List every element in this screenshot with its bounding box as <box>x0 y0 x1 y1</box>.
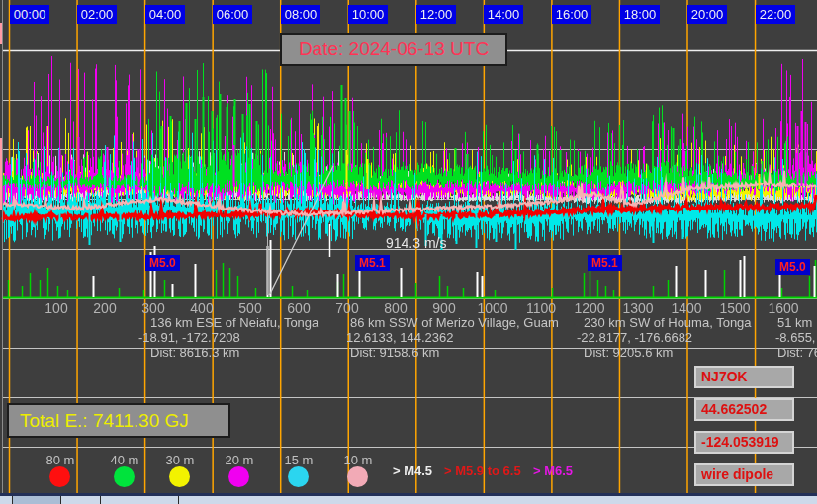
table-edge-divider <box>178 496 179 504</box>
magnitude-legend-m65: > M6.5 <box>533 463 573 478</box>
date-display: Date: 2024-06-13 UTC <box>280 33 507 66</box>
band-legend-label-40m: 40 m <box>111 453 139 467</box>
x-tick: 1300 <box>622 300 653 316</box>
time-label-02-00: 02:00 <box>77 5 117 24</box>
time-label-14-00: 14:00 <box>484 5 523 24</box>
table-edge-divider <box>100 496 101 504</box>
time-label-04-00: 04:00 <box>145 5 185 24</box>
quake-info: 230 km SW of Houma, Tonga -22.8177, -176… <box>584 315 752 360</box>
quake-distance: Dist: 76 <box>777 345 817 360</box>
x-tick: 500 <box>238 300 261 316</box>
x-tick: 1500 <box>719 300 750 316</box>
quake-distance: Dist: 9205.6 km <box>584 345 752 360</box>
band-legend-label-15m: 15 m <box>285 453 314 467</box>
x-tick: 700 <box>335 300 358 316</box>
quake-info: 86 km SSW of Merizo Village, Guam 12.613… <box>350 315 559 360</box>
quake-info: 51 km -8.655, - Dist: 76 <box>777 315 817 360</box>
quake-magnitude-badge: M5.0 <box>145 255 180 271</box>
x-tick: 900 <box>432 300 455 316</box>
app-window: 00:00 02:00 04:00 06:00 08:00 10:00 12:0… <box>0 0 817 504</box>
x-tick: 800 <box>384 300 407 316</box>
quake-magnitude-badge: M5.1 <box>588 255 622 271</box>
x-tick: 1400 <box>671 300 701 316</box>
quake-location: 51 km <box>777 315 817 330</box>
antenna-field[interactable]: wire dipole <box>694 463 794 486</box>
table-edge-cell <box>0 496 817 504</box>
quake-coordinates: -18.91, -172.7208 <box>138 330 318 345</box>
band-legend-dot-15m <box>288 466 309 487</box>
band-legend-dot-20m <box>228 466 249 487</box>
quake-coordinates: -22.8177, -176.6682 <box>577 330 752 345</box>
time-label-06-00: 06:00 <box>213 5 252 24</box>
latitude-field[interactable]: 44.662502 <box>694 398 794 421</box>
time-label-00-00: 00:00 <box>10 5 49 24</box>
quake-coordinates: -8.655, - <box>775 330 817 345</box>
quake-magnitude-badge: M5.0 <box>775 259 810 275</box>
quake-distance: Dist: 8616.3 km <box>150 345 318 360</box>
time-label-18-00: 18:00 <box>620 5 660 24</box>
x-tick: 1200 <box>574 300 604 316</box>
longitude-field[interactable]: -124.053919 <box>694 431 794 454</box>
band-legend-label-10m: 10 m <box>344 453 373 467</box>
table-edge-divider <box>12 496 13 504</box>
band-legend-dot-80m <box>49 466 70 487</box>
quake-info: 136 km ESE of Neiafu, Tonga -18.91, -172… <box>150 315 318 360</box>
x-tick: 400 <box>190 300 213 316</box>
quake-magnitude-badge: M5.1 <box>355 255 390 271</box>
quake-location: 136 km ESE of Neiafu, Tonga <box>150 315 318 330</box>
quake-location: 230 km SW of Houma, Tonga <box>584 315 752 330</box>
table-edge-divider <box>60 496 61 504</box>
x-tick: 300 <box>141 300 164 316</box>
magnitude-legend-m59: > M5.9 to 6.5 <box>444 463 521 478</box>
x-tick: 100 <box>45 300 67 316</box>
x-tick: 1000 <box>477 300 507 316</box>
x-tick: 1100 <box>526 300 556 316</box>
band-legend-dot-40m <box>114 466 135 487</box>
x-tick: 200 <box>93 300 116 316</box>
table-edge-cell <box>13 496 60 504</box>
quake-location: 86 km SSW of Merizo Village, Guam <box>350 315 559 330</box>
quake-coordinates: 12.6133, 144.2362 <box>346 330 559 345</box>
x-tick: 1600 <box>768 300 798 316</box>
quake-distance: Dist: 9158.6 km <box>350 345 559 360</box>
x-tick: 600 <box>287 300 310 316</box>
band-legend-label-80m: 80 m <box>46 453 75 467</box>
magnitude-legend-m45: > M4.5 <box>393 463 432 478</box>
time-label-12-00: 12:00 <box>416 5 456 24</box>
band-legend-dot-10m <box>347 466 368 487</box>
time-label-08-00: 08:00 <box>281 5 320 24</box>
wave-speed-label: 914.3 m/s <box>386 235 446 251</box>
time-label-16-00: 16:00 <box>552 5 591 24</box>
band-legend-dot-30m <box>169 466 190 487</box>
time-label-22-00: 22:00 <box>756 5 795 24</box>
total-energy-display: Total E.: 7411.30 GJ <box>7 403 230 438</box>
time-label-20-00: 20:00 <box>687 5 727 24</box>
time-label-10-00: 10:00 <box>348 5 388 24</box>
band-legend-label-20m: 20 m <box>226 453 254 467</box>
callsign-field[interactable]: NJ7OK <box>694 366 794 388</box>
band-legend-label-30m: 30 m <box>166 453 195 467</box>
